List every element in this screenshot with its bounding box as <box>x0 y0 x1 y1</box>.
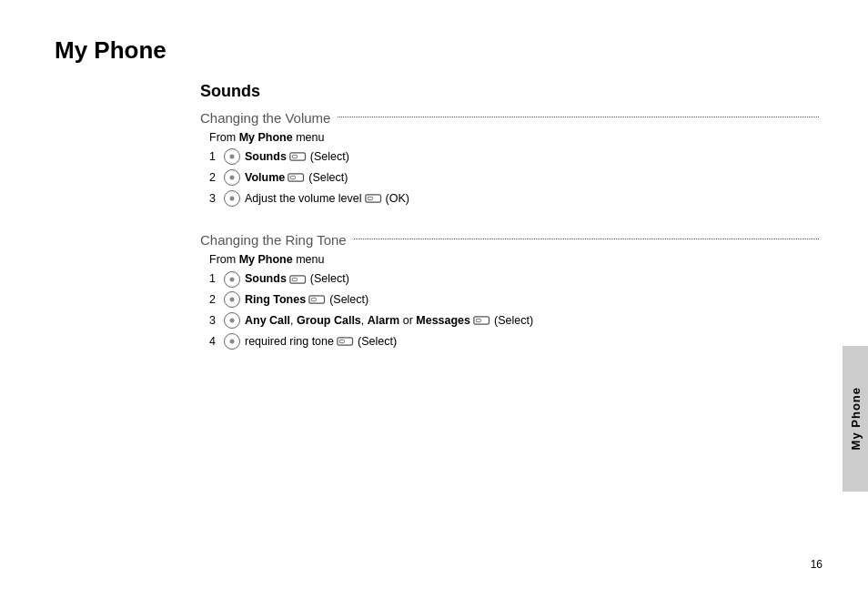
svg-rect-7 <box>292 278 297 280</box>
subsection-title-volume: Changing the Volume <box>200 110 330 126</box>
svg-rect-11 <box>476 319 480 321</box>
svg-rect-5 <box>368 197 372 199</box>
step-ringtone-4: 4 required ring tone (Select) <box>209 333 819 350</box>
step-text: Adjust the volume level <box>245 190 362 208</box>
step-action: (Select) <box>358 333 397 350</box>
step-text: required ring tone <box>245 333 334 350</box>
step-number: 2 <box>209 291 224 309</box>
select-button-icon <box>337 335 355 348</box>
subsection-title-ringtone: Changing the Ring Tone <box>200 232 347 248</box>
step-number: 1 <box>209 270 224 288</box>
step-action: (Select) <box>310 148 349 166</box>
subsection-ringtone: Changing the Ring Tone From My Phone men… <box>200 232 819 350</box>
step-text: Ring Tones <box>245 291 306 309</box>
step-volume-2: 2 Volume (Select) <box>209 169 819 187</box>
step-number: 3 <box>209 312 224 330</box>
select-button-icon <box>289 273 308 286</box>
select-button-icon <box>365 192 383 205</box>
svg-rect-1 <box>292 156 297 158</box>
step-volume-1: 1 Sounds (Select) <box>209 148 819 166</box>
subsection-volume: Changing the Volume From My Phone menu 1… <box>200 110 819 207</box>
side-tab: My Phone <box>843 346 868 492</box>
nav-wheel-icon <box>224 271 240 288</box>
svg-rect-9 <box>311 299 316 301</box>
step-ringtone-2: 2 Ring Tones (Select) <box>209 291 819 309</box>
page-title: My Phone <box>55 36 167 65</box>
nav-wheel-icon <box>224 312 240 329</box>
select-button-icon <box>288 171 306 184</box>
select-button-icon <box>473 314 491 327</box>
step-action: (Select) <box>310 270 349 288</box>
svg-rect-13 <box>339 340 344 342</box>
step-list-ringtone: 1 Sounds (Select) 2 Ring Tones <box>209 270 819 350</box>
section-title: Sounds <box>200 82 819 101</box>
main-content: Sounds Changing the Volume From My Phone… <box>200 82 819 375</box>
svg-rect-3 <box>291 176 296 178</box>
step-action: (Select) <box>308 169 348 187</box>
step-text: Sounds <box>245 270 287 288</box>
page-number: 16 <box>811 558 823 571</box>
dotted-divider-ringtone <box>354 239 819 239</box>
step-list-volume: 1 Sounds (Select) 2 Volume <box>209 148 819 207</box>
step-text: Volume <box>245 169 285 187</box>
step-number: 2 <box>209 169 224 187</box>
step-number: 1 <box>209 148 224 166</box>
step-volume-3: 3 Adjust the volume level (OK) <box>209 190 819 208</box>
nav-wheel-icon <box>224 148 240 165</box>
step-number: 3 <box>209 190 224 208</box>
step-action: (OK) <box>386 190 409 208</box>
nav-wheel-icon <box>224 169 240 186</box>
nav-wheel-icon <box>224 333 240 350</box>
nav-wheel-icon <box>224 190 240 207</box>
step-action: (Select) <box>329 291 368 309</box>
select-button-icon <box>308 293 327 306</box>
step-number: 4 <box>209 333 224 350</box>
step-action: (Select) <box>494 312 533 330</box>
dotted-divider-volume <box>338 117 819 117</box>
side-tab-label: My Phone <box>849 387 863 450</box>
step-ringtone-1: 1 Sounds (Select) <box>209 270 819 288</box>
nav-wheel-icon <box>224 291 240 308</box>
step-text: Sounds <box>245 148 287 166</box>
step-ringtone-3: 3 Any Call, Group Calls, Alarm or Messag… <box>209 312 819 330</box>
from-menu-volume: From My Phone menu <box>209 131 819 144</box>
from-menu-ringtone: From My Phone menu <box>209 253 819 266</box>
select-button-icon <box>289 150 308 163</box>
step-text: Any Call, Group Calls, Alarm or Messages <box>245 312 470 330</box>
